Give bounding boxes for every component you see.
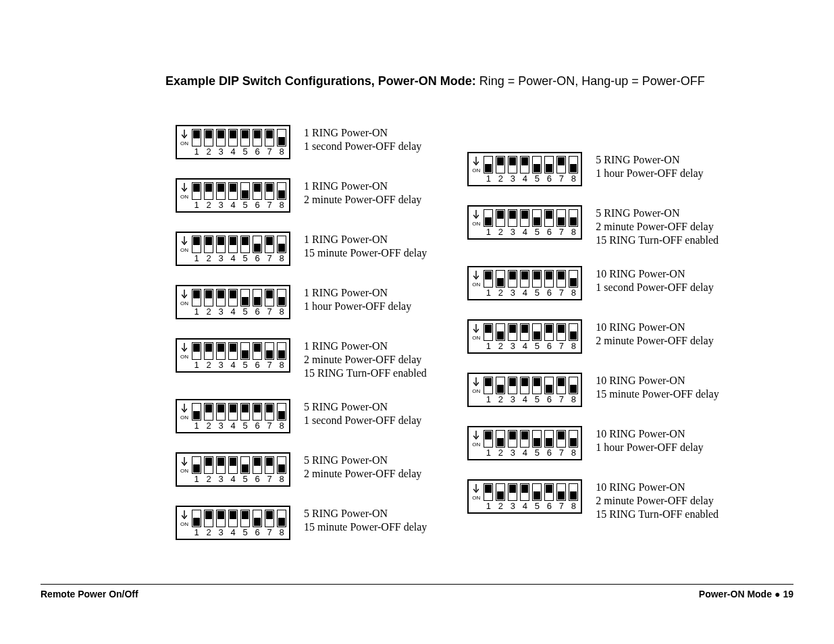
- dip-number: 4: [228, 200, 238, 210]
- dip-knob: [558, 325, 565, 333]
- dip-number: 1: [484, 342, 493, 351]
- dip-switch: ON12345678: [176, 125, 290, 159]
- dip-number: 6: [253, 254, 262, 263]
- config-row: ON1234567810 RING Power-ON1 hour Power-O…: [467, 426, 719, 460]
- dip-slot: [532, 483, 542, 501]
- dip-slot: [216, 182, 226, 200]
- config-line: 1 second Power-OFF delay: [596, 281, 713, 294]
- dip-switch: ON12345678: [467, 266, 582, 300]
- dip-numbers: 12345678: [192, 360, 286, 370]
- dip-number: 5: [532, 174, 542, 184]
- dip-top: ON: [471, 323, 578, 341]
- dip-slot: [532, 430, 542, 448]
- dip-knob: [193, 237, 200, 245]
- dip-number: 6: [544, 288, 554, 298]
- config-description: 5 RING Power-ON2 minute Power-OFF delay: [304, 452, 421, 481]
- config-row: ON1234567810 RING Power-ON15 minute Powe…: [467, 373, 719, 407]
- dip-number: 7: [265, 200, 274, 210]
- dip-slot: [192, 342, 201, 360]
- dip-slot: [228, 456, 238, 474]
- dip-number: 5: [240, 360, 250, 370]
- dip-knob: [509, 211, 516, 219]
- dip-slots: [484, 483, 578, 501]
- dip-knob: [193, 411, 200, 419]
- dip-number: 7: [265, 147, 274, 157]
- dip-slot: [520, 156, 529, 173]
- dip-number: 4: [520, 174, 529, 184]
- config-line: 5 RING Power-ON: [596, 153, 703, 167]
- dip-knob: [242, 237, 249, 245]
- footer-right: Power-ON Mode●19: [699, 589, 793, 599]
- config-line: 10 RING Power-ON: [596, 427, 703, 441]
- dip-knob: [205, 184, 212, 192]
- dip-knob: [254, 244, 261, 252]
- dip-number: 5: [240, 147, 250, 157]
- dip-slot: [532, 323, 542, 341]
- config-description: 1 RING Power-ON2 minute Power-OFF delay1…: [304, 338, 427, 380]
- dip-number: 7: [265, 254, 274, 263]
- dip-number: 3: [216, 147, 226, 157]
- dip-knob: [497, 331, 504, 340]
- on-label: ON: [180, 248, 188, 253]
- dip-slot: [556, 209, 566, 227]
- dip-slot: [216, 236, 226, 253]
- page-footer: Remote Power On/Off Power-ON Mode●19: [41, 584, 793, 599]
- dip-slot: [240, 236, 250, 253]
- dip-knob: [193, 464, 200, 473]
- dip-knob: [254, 184, 261, 192]
- dip-slots: [484, 323, 578, 341]
- on-arrow-icon: ON: [180, 510, 189, 527]
- dip-number: 6: [544, 342, 554, 351]
- dip-number: 8: [277, 254, 286, 263]
- dip-slot: [253, 289, 262, 306]
- dip-slots: [192, 129, 286, 146]
- on-label: ON: [472, 389, 480, 394]
- dip-slot: [228, 129, 238, 146]
- config-row: ON123456785 RING Power-ON1 second Power-…: [176, 399, 427, 433]
- dip-knob: [570, 385, 577, 393]
- on-label: ON: [472, 168, 480, 173]
- config-description: 10 RING Power-ON2 minute Power-OFF delay: [596, 319, 713, 348]
- dip-knob: [242, 404, 249, 412]
- dip-slot: [556, 156, 566, 173]
- dip-slot: [508, 323, 517, 341]
- dip-slots: [192, 456, 286, 474]
- footer-row: Remote Power On/Off Power-ON Mode●19: [41, 589, 793, 599]
- dip-knob: [193, 344, 200, 352]
- on-arrow-icon: ON: [471, 377, 481, 394]
- dip-number: 8: [569, 502, 578, 511]
- dip-slot: [569, 209, 578, 227]
- dip-knob: [278, 297, 285, 305]
- dip-numbers: 12345678: [192, 307, 286, 317]
- dip-slot: [265, 510, 274, 527]
- dip-number: 8: [277, 200, 286, 210]
- dip-numbers: 12345678: [192, 147, 286, 157]
- dip-top: ON: [180, 342, 286, 360]
- on-arrow-icon: ON: [180, 403, 189, 421]
- dip-knob: [217, 511, 224, 519]
- dip-slot: [496, 323, 505, 341]
- config-line: 2 minute Power-OFF delay: [596, 334, 713, 348]
- dip-top: ON: [471, 430, 578, 448]
- footer-left: Remote Power On/Off: [41, 589, 138, 599]
- dip-number: 7: [556, 395, 566, 404]
- dip-slot: [277, 182, 286, 200]
- dip-number: 4: [520, 342, 529, 351]
- dip-slot: [532, 156, 542, 173]
- dip-slot: [204, 289, 213, 306]
- dip-slot: [569, 323, 578, 341]
- dip-number: 4: [520, 502, 529, 511]
- dip-slot: [204, 182, 213, 200]
- dip-knob: [533, 491, 540, 500]
- dip-switch: ON12345678: [176, 338, 290, 373]
- config-description: 5 RING Power-ON2 minute Power-OFF delay1…: [596, 205, 719, 247]
- config-line: 15 RING Turn-OFF enabled: [596, 508, 719, 521]
- dip-slot: [204, 403, 213, 421]
- dip-number: 3: [508, 227, 517, 237]
- dip-numbers: 12345678: [192, 421, 286, 431]
- config-description: 10 RING Power-ON15 minute Power-OFF dela…: [596, 373, 719, 401]
- dip-slots: [192, 236, 286, 253]
- dip-slot: [532, 270, 542, 288]
- dip-slot: [228, 182, 238, 200]
- dip-slot: [192, 129, 201, 146]
